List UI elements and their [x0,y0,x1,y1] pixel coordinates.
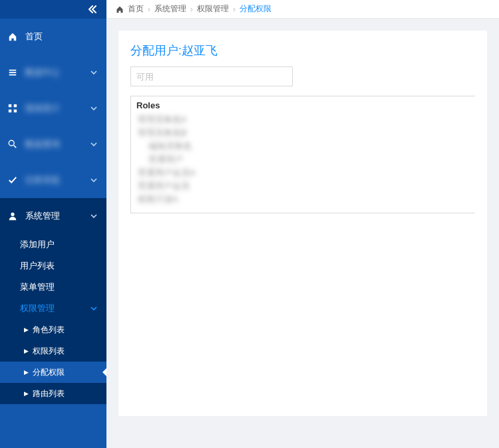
crumb-current: 分配权限 [240,3,271,15]
sidebar-collapse-row[interactable] [0,0,106,19]
user-icon [8,211,19,221]
nav-home-label: 首页 [25,31,97,43]
sub-label: 添加用户 [20,239,55,251]
available-filter-input[interactable] [130,66,293,86]
caret-right-icon: ▶ [24,326,29,333]
home-icon[interactable] [116,5,124,13]
svg-point-4 [9,140,14,146]
breadcrumb: 首页 › 系统管理 › 权限管理 › 分配权限 [106,0,499,19]
caret-right-icon: ▶ [24,369,29,376]
nav-item-3-label: 数据查询 [25,138,90,150]
crumb-sep: › [148,5,150,14]
nav-item-3[interactable]: 数据查询 [0,126,106,162]
nav-home[interactable]: 首页 [0,19,106,55]
roles-box: Roles 管理员角色A管理员角色B编辑员角色普通用户普通用户会员A普通用户会员… [130,96,475,213]
perm-role-list[interactable]: ▶角色列表 [0,319,106,340]
caret-right-icon: ▶ [24,348,29,354]
sub-menu-mgmt[interactable]: 菜单管理 [0,277,106,298]
nav-item-4[interactable]: 任务审批 [0,162,106,198]
chevron-down-icon [90,105,97,112]
grid-icon [8,104,19,113]
content: 分配用户:赵亚飞 Roles 管理员角色A管理员角色B编辑员角色普通用户普通用户… [106,19,499,448]
nav-item-1[interactable]: 数据中心 [0,55,106,90]
nav-item-1-label: 数据中心 [25,66,90,78]
role-item[interactable]: 编辑员角色 [136,140,470,153]
list-icon [8,68,19,77]
svg-rect-2 [9,110,11,112]
main: 首页 › 系统管理 › 权限管理 › 分配权限 分配用户:赵亚飞 Roles 管… [106,0,499,448]
perm-label: 路由列表 [33,388,65,399]
crumb-sep: › [190,5,193,14]
sub-user-list[interactable]: 用户列表 [0,255,106,277]
perm-label: 角色列表 [33,324,65,336]
nav-item-4-label: 任务审批 [25,174,90,186]
nav-system-label: 系统管理 [25,210,90,222]
role-item[interactable]: 权限只读A [136,193,470,206]
perm-label: 分配权限 [33,367,65,378]
check-icon [8,175,19,185]
role-item[interactable]: 管理员角色B [136,126,470,140]
sub-permission-mgmt[interactable]: 权限管理 [0,298,106,319]
home-icon [8,32,19,41]
svg-rect-3 [14,110,17,112]
perm-label: 权限列表 [33,346,65,357]
crumb-system[interactable]: 系统管理 [154,3,186,15]
nav-system[interactable]: 系统管理 [0,198,106,234]
perm-permission-list[interactable]: ▶权限列表 [0,340,106,362]
chevron-down-icon [90,141,97,148]
role-item[interactable]: 普通用户 [136,153,470,166]
svg-rect-0 [9,104,11,107]
sub-label: 菜单管理 [20,281,55,293]
nav-item-2[interactable]: 报表统计 [0,90,106,126]
svg-point-5 [11,213,14,216]
crumb-home[interactable]: 首页 [128,3,144,15]
sidebar: 首页 数据中心 报表统计 数据查询 任务审批 [0,0,106,448]
crumb-permission[interactable]: 权限管理 [197,3,229,15]
sub-label: 权限管理 [20,302,55,314]
roles-header: Roles [136,100,470,110]
chevron-down-icon [90,69,97,76]
role-item[interactable]: 普通用户会员A [136,166,470,179]
caret-right-icon: ▶ [24,390,29,397]
chevron-down-icon [90,213,97,219]
role-item[interactable]: 管理员角色A [136,113,470,126]
svg-rect-1 [14,104,17,107]
roles-list: 管理员角色A管理员角色B编辑员角色普通用户普通用户会员A普通用户会员权限只读A [136,113,470,206]
perm-assign-permission[interactable]: ▶分配权限 [0,362,106,383]
search-icon [8,140,19,149]
page-title: 分配用户:赵亚飞 [130,43,475,58]
card: 分配用户:赵亚飞 Roles 管理员角色A管理员角色B编辑员角色普通用户普通用户… [118,31,487,416]
sub-label: 用户列表 [20,260,55,272]
crumb-sep: › [233,5,236,14]
perm-route-list[interactable]: ▶路由列表 [0,383,106,404]
nav-item-2-label: 报表统计 [25,102,90,114]
chevron-down-icon [90,177,97,183]
collapse-icon [88,5,97,13]
role-item[interactable]: 普通用户会员 [136,179,470,193]
sub-add-user[interactable]: 添加用户 [0,234,106,255]
chevron-down-icon [90,305,97,312]
